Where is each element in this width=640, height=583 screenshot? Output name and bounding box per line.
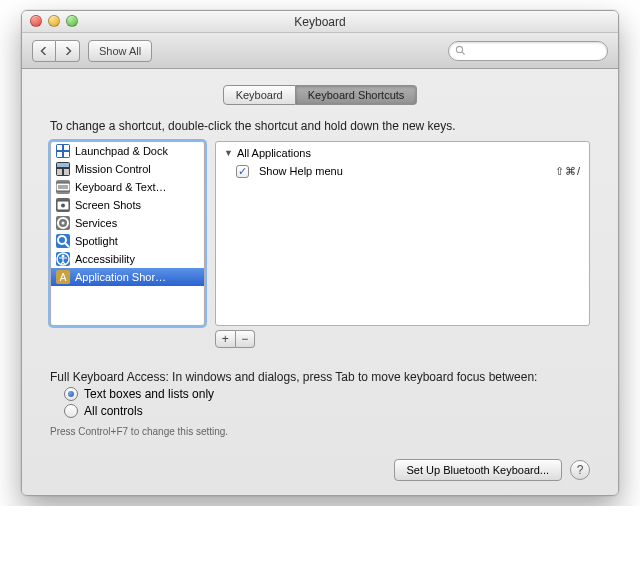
accessibility-icon xyxy=(56,252,70,266)
search-icon xyxy=(455,45,466,56)
preferences-window: Keyboard Show All Keyboard Keyboard Shor… xyxy=(21,10,619,496)
show-all-label: Show All xyxy=(99,45,141,57)
category-label: Screen Shots xyxy=(75,199,141,211)
keyboard-access-hint: Press Control+F7 to change this setting. xyxy=(50,426,590,437)
mission-icon xyxy=(56,162,70,176)
svg-rect-8 xyxy=(64,169,69,175)
svg-rect-6 xyxy=(57,163,69,167)
svg-rect-4 xyxy=(57,152,62,157)
category-item[interactable]: AApplication Shor… xyxy=(51,268,204,286)
svg-rect-3 xyxy=(64,145,69,150)
bluetooth-keyboard-button[interactable]: Set Up Bluetooth Keyboard... xyxy=(394,459,562,481)
minimize-window-button[interactable] xyxy=(48,15,60,27)
radio-text-boxes[interactable]: Text boxes and lists only xyxy=(64,387,590,401)
nav-segment xyxy=(32,40,80,62)
radio-all-controls[interactable]: All controls xyxy=(64,404,590,418)
svg-point-13 xyxy=(61,204,65,208)
panes: Launchpad & DockMission ControlKeyboard … xyxy=(50,141,590,326)
category-item[interactable]: Keyboard & Text… xyxy=(51,178,204,196)
svg-line-17 xyxy=(65,243,69,247)
category-label: Launchpad & Dock xyxy=(75,145,168,157)
category-list[interactable]: Launchpad & DockMission ControlKeyboard … xyxy=(50,141,205,326)
category-label: Keyboard & Text… xyxy=(75,181,167,193)
add-button[interactable]: + xyxy=(215,330,236,348)
full-keyboard-access-label: Full Keyboard Access: In windows and dia… xyxy=(50,370,590,384)
category-item[interactable]: Accessibility xyxy=(51,250,204,268)
svg-point-0 xyxy=(456,46,462,52)
svg-rect-5 xyxy=(64,152,69,157)
launchpad-icon xyxy=(56,144,70,158)
footer: Set Up Bluetooth Keyboard... ? xyxy=(50,459,590,481)
search-field[interactable] xyxy=(448,41,608,61)
add-remove-segment: + − xyxy=(215,330,255,348)
radio-button[interactable] xyxy=(64,387,78,401)
shortcut-label: Show Help menu xyxy=(259,165,343,177)
zoom-window-button[interactable] xyxy=(66,15,78,27)
svg-rect-7 xyxy=(57,169,62,175)
window-title: Keyboard xyxy=(294,15,345,29)
shortcut-group[interactable]: ▼ All Applications xyxy=(216,144,589,162)
svg-rect-2 xyxy=(57,145,62,150)
svg-point-19 xyxy=(62,255,65,258)
category-item[interactable]: Mission Control xyxy=(51,160,204,178)
disclosure-triangle-icon[interactable]: ▼ xyxy=(224,148,233,158)
remove-button[interactable]: − xyxy=(236,330,256,348)
category-item[interactable]: Services xyxy=(51,214,204,232)
shortcut-keys[interactable]: ⇧⌘/ xyxy=(555,165,581,178)
shortcut-checkbox[interactable] xyxy=(236,165,249,178)
category-label: Spotlight xyxy=(75,235,118,247)
group-label: All Applications xyxy=(237,147,311,159)
svg-rect-9 xyxy=(56,183,70,191)
help-button[interactable]: ? xyxy=(570,460,590,480)
svg-line-1 xyxy=(462,52,465,55)
tab-bar: Keyboard Keyboard Shortcuts xyxy=(50,85,590,105)
category-item[interactable]: Screen Shots xyxy=(51,196,204,214)
category-item[interactable]: Spotlight xyxy=(51,232,204,250)
svg-point-16 xyxy=(58,236,66,244)
category-label: Mission Control xyxy=(75,163,151,175)
radio-label: Text boxes and lists only xyxy=(84,387,214,401)
category-label: Accessibility xyxy=(75,253,135,265)
toolbar: Show All xyxy=(22,33,618,69)
spotlight-icon xyxy=(56,234,70,248)
svg-point-15 xyxy=(62,222,65,225)
instruction-text: To change a shortcut, double-click the s… xyxy=(50,119,590,133)
show-all-button[interactable]: Show All xyxy=(88,40,152,62)
appshort-icon: A xyxy=(56,270,70,284)
keyboard-icon xyxy=(56,180,70,194)
radio-label: All controls xyxy=(84,404,143,418)
radio-button[interactable] xyxy=(64,404,78,418)
category-item[interactable]: Launchpad & Dock xyxy=(51,142,204,160)
tab-keyboard-shortcuts[interactable]: Keyboard Shortcuts xyxy=(296,85,418,105)
forward-button[interactable] xyxy=(56,40,80,62)
content-area: Keyboard Keyboard Shortcuts To change a … xyxy=(22,69,618,495)
back-button[interactable] xyxy=(32,40,56,62)
titlebar: Keyboard xyxy=(22,11,618,33)
services-icon xyxy=(56,216,70,230)
svg-text:A: A xyxy=(60,272,67,283)
shortcut-list[interactable]: ▼ All Applications Show Help menu ⇧⌘/ xyxy=(215,141,590,326)
shortcut-row[interactable]: Show Help menu ⇧⌘/ xyxy=(216,162,589,180)
screenshot-icon xyxy=(56,198,70,212)
window-controls xyxy=(30,15,78,27)
close-window-button[interactable] xyxy=(30,15,42,27)
category-label: Services xyxy=(75,217,117,229)
category-label: Application Shor… xyxy=(75,271,166,283)
tab-keyboard[interactable]: Keyboard xyxy=(223,85,296,105)
